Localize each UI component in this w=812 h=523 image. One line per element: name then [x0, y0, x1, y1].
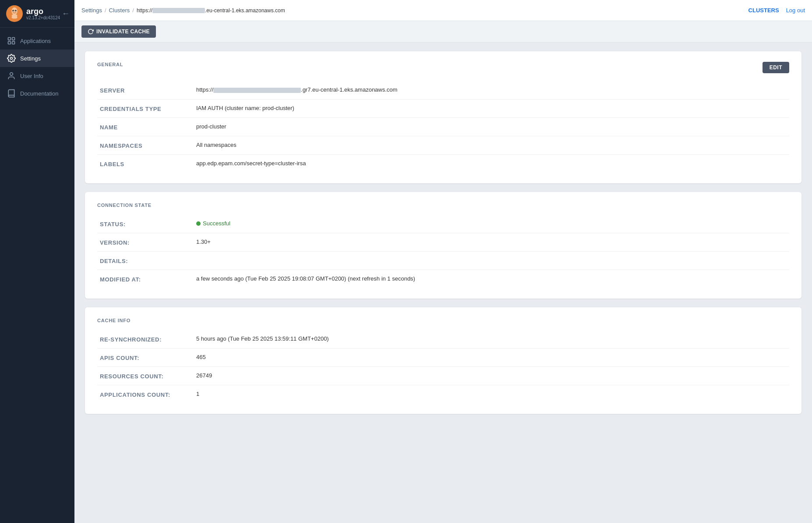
apis-count-value: 465: [194, 349, 789, 367]
applications-count-value: 1: [194, 385, 789, 404]
topbar: Settings / Clusters / https://.eu-centra…: [74, 0, 812, 21]
version-value: 1.30+: [194, 233, 789, 252]
cache-info-card: CACHE INFO RE-SYNCHRONIZED: 5 hours ago …: [85, 307, 801, 414]
gear-icon: [7, 54, 16, 63]
details-label: DETAILS:: [97, 252, 194, 270]
sidebar-logo: argo v2.13.2+dc43124 ←: [0, 0, 74, 28]
general-card-header: GENERAL EDIT: [97, 62, 789, 74]
status-value: Successful: [194, 215, 789, 233]
sidebar-nav: Applications Settings User Info Document…: [0, 28, 74, 107]
svg-rect-8: [12, 38, 15, 40]
namespaces-label: NAMESPACES: [97, 136, 194, 155]
breadcrumb-clusters[interactable]: Clusters: [109, 7, 130, 14]
connection-state-table: STATUS: Successful VERSION: 1.30+: [97, 215, 789, 288]
table-row: CREDENTIALS TYPE IAM AUTH (cluster name:…: [97, 100, 789, 118]
argo-logo-icon: [6, 5, 23, 22]
resources-count-value: 26749: [194, 367, 789, 385]
modified-at-value: a few seconds ago (Tue Feb 25 2025 19:08…: [194, 270, 789, 288]
svg-point-11: [11, 57, 13, 60]
table-row: NAMESPACES All namespaces: [97, 136, 789, 155]
user-info-label: User Info: [20, 73, 43, 79]
cache-info-title: CACHE INFO: [97, 318, 789, 323]
app-name: argo: [26, 7, 60, 15]
action-bar: INVALIDATE CACHE: [74, 21, 812, 43]
sidebar: argo v2.13.2+dc43124 ← Applications Sett…: [0, 0, 74, 523]
modified-at-label: MODIFIED AT:: [97, 270, 194, 288]
labels-value: app.edp.epam.com/secret-type=cluster-irs…: [194, 155, 789, 173]
svg-point-1: [11, 7, 17, 15]
table-row: RESOURCES COUNT: 26749: [97, 367, 789, 385]
table-row: VERSION: 1.30+: [97, 233, 789, 252]
general-title: GENERAL: [97, 62, 123, 67]
creds-label: CREDENTIALS TYPE: [97, 100, 194, 118]
table-row: STATUS: Successful: [97, 215, 789, 233]
svg-point-3: [15, 10, 17, 11]
server-label: SERVER: [97, 81, 194, 100]
cache-info-table: RE-SYNCHRONIZED: 5 hours ago (Tue Feb 25…: [97, 330, 789, 403]
invalidate-cache-button[interactable]: INVALIDATE CACHE: [81, 25, 156, 38]
details-value: [194, 252, 789, 270]
table-row: MODIFIED AT: a few seconds ago (Tue Feb …: [97, 270, 789, 288]
name-label: NAME: [97, 118, 194, 136]
breadcrumb-sep-1: /: [105, 7, 106, 14]
connection-state-title: CONNECTION STATE: [97, 203, 789, 208]
status-dot: [196, 221, 201, 226]
breadcrumb-settings[interactable]: Settings: [81, 7, 102, 14]
resources-count-label: RESOURCES COUNT:: [97, 367, 194, 385]
apis-count-label: APIs COUNT:: [97, 349, 194, 367]
svg-point-2: [12, 10, 14, 11]
back-button[interactable]: ←: [60, 7, 71, 20]
user-icon: [7, 71, 16, 80]
logout-link[interactable]: Log out: [786, 7, 805, 14]
svg-rect-10: [12, 42, 15, 44]
resync-label: RE-SYNCHRONIZED:: [97, 330, 194, 349]
svg-rect-7: [8, 38, 11, 40]
breadcrumb: Settings / Clusters / https://.eu-centra…: [81, 7, 285, 14]
table-row: LABELS app.edp.epam.com/secret-type=clus…: [97, 155, 789, 173]
logo-text-block: argo v2.13.2+dc43124: [26, 7, 60, 20]
app-version: v2.13.2+dc43124: [26, 15, 60, 20]
server-redacted: [213, 88, 301, 93]
documentation-label: Documentation: [20, 90, 58, 97]
name-value: prod-cluster: [194, 118, 789, 136]
sidebar-item-user-info[interactable]: User Info: [0, 67, 74, 85]
edit-button[interactable]: EDIT: [763, 62, 789, 73]
svg-rect-9: [8, 42, 11, 44]
resync-value: 5 hours ago (Tue Feb 25 2025 13:59:11 GM…: [194, 330, 789, 349]
status-success-badge: Successful: [196, 220, 230, 227]
general-card: GENERAL EDIT SERVER https://.gr7.eu-cent…: [85, 51, 801, 183]
sidebar-item-documentation[interactable]: Documentation: [0, 85, 74, 102]
refresh-icon: [88, 28, 94, 35]
table-row: APPLICATIONS COUNT: 1: [97, 385, 789, 404]
table-row: APIs COUNT: 465: [97, 349, 789, 367]
settings-label: Settings: [20, 55, 41, 62]
svg-rect-6: [11, 14, 17, 19]
version-label: VERSION:: [97, 233, 194, 252]
applications-label: Applications: [20, 38, 51, 44]
table-row: NAME prod-cluster: [97, 118, 789, 136]
server-value: https://.gr7.eu-central-1.eks.amazonaws.…: [194, 81, 789, 100]
breadcrumb-sep-2: /: [132, 7, 134, 14]
main-content: Settings / Clusters / https://.eu-centra…: [74, 0, 812, 523]
svg-point-4: [13, 11, 14, 11]
status-label: STATUS:: [97, 215, 194, 233]
topbar-right: CLUSTERS Log out: [748, 7, 805, 14]
status-text: Successful: [203, 220, 230, 227]
sidebar-item-applications[interactable]: Applications: [0, 32, 74, 50]
breadcrumb-current: https://.eu-central-1.eks.amazonaws.com: [137, 7, 285, 14]
sidebar-item-settings[interactable]: Settings: [0, 50, 74, 67]
creds-value: IAM AUTH (cluster name: prod-cluster): [194, 100, 789, 118]
applications-count-label: APPLICATIONS COUNT:: [97, 385, 194, 404]
redacted-url: [152, 8, 205, 13]
book-icon: [7, 89, 16, 98]
svg-point-12: [10, 73, 13, 76]
connection-state-card: CONNECTION STATE STATUS: Successful: [85, 192, 801, 299]
grid-icon: [7, 36, 16, 45]
table-row: SERVER https://.gr7.eu-central-1.eks.ama…: [97, 81, 789, 100]
clusters-link[interactable]: CLUSTERS: [748, 7, 779, 14]
svg-point-5: [16, 11, 16, 11]
labels-label: LABELS: [97, 155, 194, 173]
table-row: DETAILS:: [97, 252, 789, 270]
namespaces-value: All namespaces: [194, 136, 789, 155]
general-table: SERVER https://.gr7.eu-central-1.eks.ama…: [97, 81, 789, 173]
